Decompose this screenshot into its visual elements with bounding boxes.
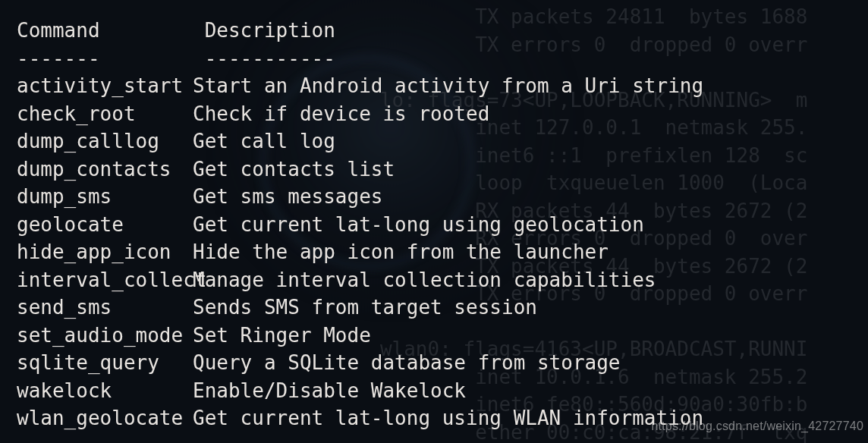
table-row: check_rootCheck if device is rooted xyxy=(17,100,703,128)
command-name: send_sms xyxy=(17,294,193,322)
header-command: Command xyxy=(17,17,193,45)
command-description: Check if device is rooted xyxy=(193,100,489,128)
command-description: Hide the app icon from the launcher xyxy=(193,238,609,266)
command-description: Get current lat-long using WLAN informat… xyxy=(193,404,703,432)
command-description: Manage interval collection capabilities xyxy=(193,266,656,294)
command-name: set_audio_mode xyxy=(17,322,193,350)
command-name: check_root xyxy=(17,100,193,128)
table-row: activity_startStart an Android activity … xyxy=(17,72,703,100)
table-row: set_audio_modeSet Ringer Mode xyxy=(17,322,703,350)
command-name: hide_app_icon xyxy=(17,238,193,266)
table-row: wlan_geolocateGet current lat-long using… xyxy=(17,404,703,432)
command-description: Get current lat-long using geolocation xyxy=(193,211,644,239)
watermark-text: https://blog.csdn.net/weixin_42727740 xyxy=(651,413,863,441)
table-row: hide_app_iconHide the app icon from the … xyxy=(17,238,703,266)
command-name: interval_collect xyxy=(17,266,193,294)
header-description: Description xyxy=(205,17,335,45)
table-divider-row: ------- ----------- xyxy=(17,45,703,73)
table-row: dump_smsGet sms messages xyxy=(17,183,703,211)
table-row: sqlite_queryQuery a SQLite database from… xyxy=(17,349,703,377)
command-description: Enable/Disable Wakelock xyxy=(193,377,466,405)
command-description: Get sms messages xyxy=(193,183,382,211)
command-name: dump_sms xyxy=(17,183,193,211)
command-description: Get call log xyxy=(193,127,335,156)
table-header-row: Command Description xyxy=(17,17,703,45)
divider-command: ------- xyxy=(17,45,193,73)
command-help-table: Command Description ------- ----------- … xyxy=(17,17,703,432)
table-row: send_smsSends SMS from target session xyxy=(17,294,703,322)
command-name: wlan_geolocate xyxy=(17,404,193,432)
command-description: Get contacts list xyxy=(193,156,395,184)
command-name: dump_calllog xyxy=(17,127,193,156)
command-name: sqlite_query xyxy=(17,349,193,377)
command-description: Start an Android activity from a Uri str… xyxy=(193,72,703,100)
divider-description: ----------- xyxy=(205,45,335,73)
table-row: geolocateGet current lat-long using geol… xyxy=(17,211,703,239)
command-description: Query a SQLite database from storage xyxy=(193,349,621,377)
table-row: dump_contactsGet contacts list xyxy=(17,156,703,184)
table-row: dump_calllogGet call log xyxy=(17,127,703,156)
command-name: activity_start xyxy=(17,72,193,100)
command-name: geolocate xyxy=(17,211,193,239)
command-name: wakelock xyxy=(17,377,193,405)
table-row: interval_collectManage interval collecti… xyxy=(17,266,703,294)
table-row: wakelockEnable/Disable Wakelock xyxy=(17,377,703,405)
command-description: Set Ringer Mode xyxy=(193,322,371,350)
command-name: dump_contacts xyxy=(17,156,193,184)
command-description: Sends SMS from target session xyxy=(193,294,537,322)
